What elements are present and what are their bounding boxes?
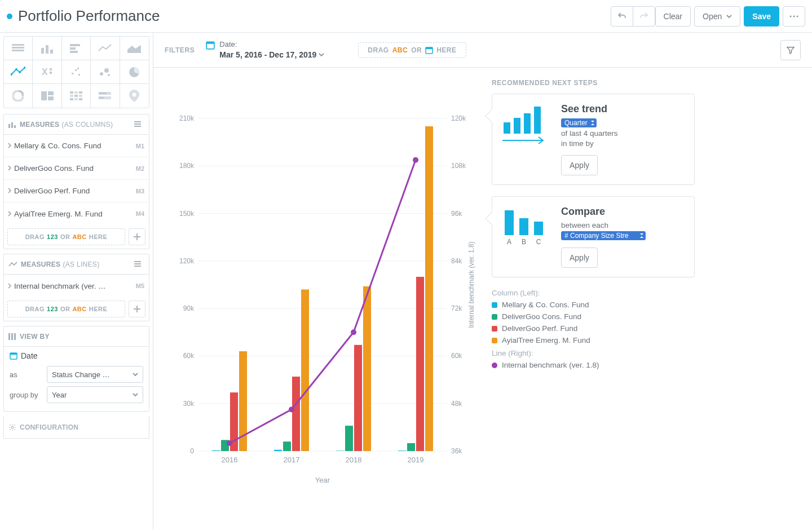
- add-line-measure-button[interactable]: [129, 301, 145, 317]
- measure-label: Internal benchmark (ver. …: [14, 282, 136, 290]
- measure-tag: M1: [136, 143, 144, 149]
- chart-type-pie[interactable]: [120, 60, 149, 84]
- trend-card: See trend Quarter of last 4 quarters in …: [492, 94, 695, 185]
- section-menu-icon[interactable]: [134, 121, 144, 129]
- trend-period-select[interactable]: Quarter: [561, 118, 597, 127]
- chevron-right-icon: [7, 282, 12, 290]
- chart-type-treemap[interactable]: [33, 84, 61, 108]
- svg-rect-116: [524, 113, 531, 134]
- filter-button[interactable]: [780, 40, 801, 60]
- chart-type-area[interactable]: [120, 37, 149, 60]
- chart-type-bullet[interactable]: [91, 84, 120, 108]
- measure-item[interactable]: AyialTree Emerg. M. FundM4: [4, 202, 149, 225]
- svg-text:72k: 72k: [451, 304, 462, 312]
- more-options-button[interactable]: [783, 6, 805, 26]
- redo-button[interactable]: [633, 6, 655, 26]
- svg-rect-106: [416, 277, 424, 451]
- svg-text:X: X: [42, 67, 48, 77]
- measure-item[interactable]: Mellary & Co. Cons. FundM1: [4, 135, 149, 157]
- svg-text:84k: 84k: [451, 257, 462, 265]
- svg-rect-99: [336, 450, 344, 451]
- chart-type-donut[interactable]: [4, 84, 33, 108]
- save-button[interactable]: Save: [744, 6, 779, 26]
- date-filter[interactable]: Date: Mar 5, 2016 - Dec 17, 2019: [206, 39, 324, 60]
- main-area: FILTERS Date: Mar 5, 2016 - Dec 17, 2019…: [153, 33, 812, 530]
- trend-apply-button[interactable]: Apply: [561, 155, 598, 175]
- chart-type-combo[interactable]: [4, 60, 33, 84]
- svg-point-14: [19, 71, 21, 73]
- chart-type-bubble[interactable]: [91, 60, 120, 84]
- svg-rect-28: [41, 91, 47, 100]
- chart-type-heatmap[interactable]: [62, 84, 91, 108]
- filter-drop-zone[interactable]: DRAG ABC OR HERE: [358, 42, 466, 58]
- svg-rect-21: [78, 74, 80, 76]
- chart-type-column[interactable]: [33, 37, 61, 60]
- chart-type-line[interactable]: [91, 37, 120, 60]
- svg-text:36k: 36k: [451, 447, 462, 455]
- configuration-header[interactable]: CONFIGURATION: [3, 416, 149, 439]
- viewby-groupby-label: group by: [10, 391, 42, 399]
- svg-rect-6: [41, 48, 44, 54]
- svg-text:48k: 48k: [451, 400, 462, 408]
- measures-lines-section: MEASURES(AS LINES) Internal benchmark (v…: [3, 254, 149, 321]
- add-column-measure-button[interactable]: [129, 228, 145, 245]
- measure-item[interactable]: DeliverGoo Cons. FundM2: [4, 157, 149, 180]
- trend-icon: [501, 103, 552, 175]
- combo-chart-icon: [11, 67, 25, 78]
- viewby-as-label: as: [10, 370, 42, 379]
- bar-chart-icon: [70, 44, 82, 53]
- left-panel: X MEASURES(AS COLUMNS) M: [0, 33, 153, 530]
- chevron-down-icon: [726, 14, 732, 19]
- viewby-as-select[interactable]: Status Change …: [47, 366, 143, 383]
- chart-type-geo[interactable]: [120, 84, 149, 108]
- svg-rect-97: [301, 289, 309, 451]
- compare-apply-button[interactable]: Apply: [561, 248, 598, 268]
- svg-rect-100: [345, 426, 353, 451]
- legend-item: AyialTree Emerg. M. Fund: [492, 336, 695, 344]
- undo-button[interactable]: [611, 6, 633, 26]
- redo-icon: [639, 11, 649, 21]
- svg-rect-29: [48, 91, 54, 95]
- calendar-icon: [10, 352, 17, 360]
- svg-rect-9: [70, 44, 80, 46]
- measures-columns-drop[interactable]: DRAG123ORABCHERE: [7, 228, 125, 245]
- viewby-field[interactable]: Date: [10, 351, 143, 360]
- svg-point-110: [227, 440, 232, 446]
- chart-type-headline[interactable]: X: [33, 60, 61, 84]
- chevron-down-icon: [133, 372, 138, 377]
- chevron-down-icon: [133, 392, 138, 398]
- legend-item: Mellary & Co. Cons. Fund: [492, 301, 695, 309]
- measures-lines-drop[interactable]: DRAG123ORABCHERE: [7, 301, 125, 317]
- side-panel: RECOMMENDED NEXT STEPS See trend Quarter…: [492, 79, 695, 519]
- chart-type-scatter[interactable]: [62, 60, 91, 84]
- svg-text:60k: 60k: [183, 352, 195, 360]
- svg-rect-30: [48, 96, 54, 100]
- svg-text:120k: 120k: [451, 114, 466, 122]
- svg-rect-61: [206, 42, 214, 44]
- svg-text:30k: 30k: [183, 400, 195, 408]
- svg-rect-89: [212, 450, 220, 451]
- open-button[interactable]: Open: [694, 6, 740, 26]
- unsaved-dot-icon: [7, 14, 12, 19]
- measure-item[interactable]: DeliverGoo Perf. FundM3: [4, 180, 149, 202]
- svg-rect-119: [519, 218, 528, 235]
- svg-text:Internal benchmark (ver. 1.8): Internal benchmark (ver. 1.8): [467, 241, 475, 328]
- measure-item[interactable]: Internal benchmark (ver. …M5: [4, 275, 149, 297]
- bullet-chart-icon: [99, 92, 111, 100]
- svg-rect-104: [398, 450, 406, 451]
- chart-type-table[interactable]: [4, 37, 33, 60]
- clear-button[interactable]: Clear: [655, 6, 691, 26]
- chart-type-bar[interactable]: [62, 37, 91, 60]
- compare-select[interactable]: # Company Size Stre: [561, 231, 646, 240]
- measures-lines-header: MEASURES(AS LINES): [4, 254, 149, 275]
- svg-rect-19: [72, 73, 73, 74]
- svg-text:2019: 2019: [408, 456, 424, 464]
- viewby-groupby-select[interactable]: Year: [47, 386, 143, 403]
- heatmap-icon: [70, 91, 82, 100]
- svg-rect-5: [12, 50, 24, 51]
- svg-point-111: [289, 407, 294, 412]
- svg-rect-56: [14, 333, 16, 340]
- svg-rect-31: [70, 91, 73, 94]
- measures-columns-section: MEASURES(AS COLUMNS) Mellary & Co. Cons.…: [3, 114, 149, 249]
- section-menu-icon[interactable]: [134, 260, 144, 268]
